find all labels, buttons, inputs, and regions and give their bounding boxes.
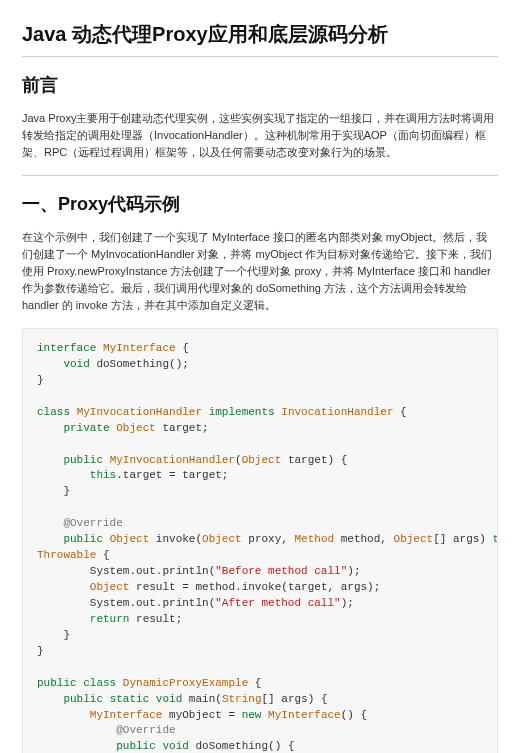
type-object6: Object bbox=[90, 581, 130, 593]
code-block: interface MyInterface { void doSomething… bbox=[22, 328, 498, 753]
id-myobject: myObject bbox=[169, 709, 222, 721]
kw-class2: class bbox=[83, 677, 116, 689]
type-object5: Object bbox=[394, 533, 434, 545]
id-target5: target bbox=[288, 581, 328, 593]
type-myinvh: MyInvocationHandler bbox=[77, 406, 202, 418]
fn-dosomething2: doSomething bbox=[195, 740, 268, 752]
type-object2: Object bbox=[242, 454, 282, 466]
kw-interface: interface bbox=[37, 342, 96, 354]
type-myinterface: MyInterface bbox=[103, 342, 176, 354]
id-method2: method bbox=[195, 581, 235, 593]
kw-public2: public bbox=[63, 533, 103, 545]
kw-new: new bbox=[242, 709, 262, 721]
type-string: String bbox=[222, 693, 262, 705]
type-object3: Object bbox=[110, 533, 150, 545]
page-title: Java 动态代理Proxy应用和底层源码分析 bbox=[22, 18, 498, 50]
kw-throws: throws bbox=[493, 533, 498, 545]
type-method: Method bbox=[295, 533, 335, 545]
kw-void3: void bbox=[162, 740, 188, 752]
kw-void: void bbox=[63, 358, 89, 370]
example-paragraph: 在这个示例中，我们创建了一个实现了 MyInterface 接口的匿名内部类对象… bbox=[22, 229, 498, 314]
kw-void2: void bbox=[156, 693, 182, 705]
type-throwable: Throwable bbox=[37, 549, 96, 561]
preface-paragraph: Java Proxy主要用于创建动态代理实例，这些实例实现了指定的一组接口，并在… bbox=[22, 110, 498, 161]
type-object4: Object bbox=[202, 533, 242, 545]
id-target2: target bbox=[288, 454, 328, 466]
type-object: Object bbox=[116, 422, 156, 434]
ann-override2: @Override bbox=[116, 724, 175, 736]
id-sop2: System.out.println bbox=[90, 597, 209, 609]
type-myinvh2: MyInvocationHandler bbox=[110, 454, 235, 466]
kw-this: this bbox=[90, 469, 116, 481]
kw-public4: public bbox=[63, 693, 103, 705]
str-before: "Before method call" bbox=[215, 565, 347, 577]
type-invh: InvocationHandler bbox=[281, 406, 393, 418]
kw-return: return bbox=[90, 613, 130, 625]
fn-dosomething: doSomething bbox=[96, 358, 169, 370]
id-method: method bbox=[341, 533, 381, 545]
type-myinterface2: MyInterface bbox=[90, 709, 163, 721]
id-args2: args bbox=[341, 581, 367, 593]
id-proxy: proxy bbox=[248, 533, 281, 545]
id-args3: args bbox=[281, 693, 307, 705]
section-rule bbox=[22, 175, 498, 176]
title-rule bbox=[22, 56, 498, 57]
id-invoke2: invoke bbox=[242, 581, 282, 593]
article-page: Java 动态代理Proxy应用和底层源码分析 前言 Java Proxy主要用… bbox=[0, 0, 520, 753]
kw-static: static bbox=[110, 693, 150, 705]
str-after: "After method call" bbox=[215, 597, 340, 609]
type-myinterface3: MyInterface bbox=[268, 709, 341, 721]
id-target3: target bbox=[123, 469, 163, 481]
kw-public3: public bbox=[37, 677, 77, 689]
kw-public: public bbox=[63, 454, 103, 466]
id-args: args bbox=[453, 533, 479, 545]
type-dpe: DynamicProxyExample bbox=[123, 677, 248, 689]
fn-invoke: invoke bbox=[156, 533, 196, 545]
id-target4: target bbox=[182, 469, 222, 481]
fn-main: main bbox=[189, 693, 215, 705]
id-target: target bbox=[162, 422, 202, 434]
kw-class: class bbox=[37, 406, 70, 418]
id-result: result bbox=[136, 581, 176, 593]
id-result2: result bbox=[136, 613, 176, 625]
id-sop1: System.out.println bbox=[90, 565, 209, 577]
section-heading-example: 一、Proxy代码示例 bbox=[22, 190, 498, 219]
kw-public5: public bbox=[116, 740, 156, 752]
ann-override: @Override bbox=[63, 517, 122, 529]
kw-implements: implements bbox=[209, 406, 275, 418]
section-heading-preface: 前言 bbox=[22, 71, 498, 100]
kw-private: private bbox=[63, 422, 109, 434]
